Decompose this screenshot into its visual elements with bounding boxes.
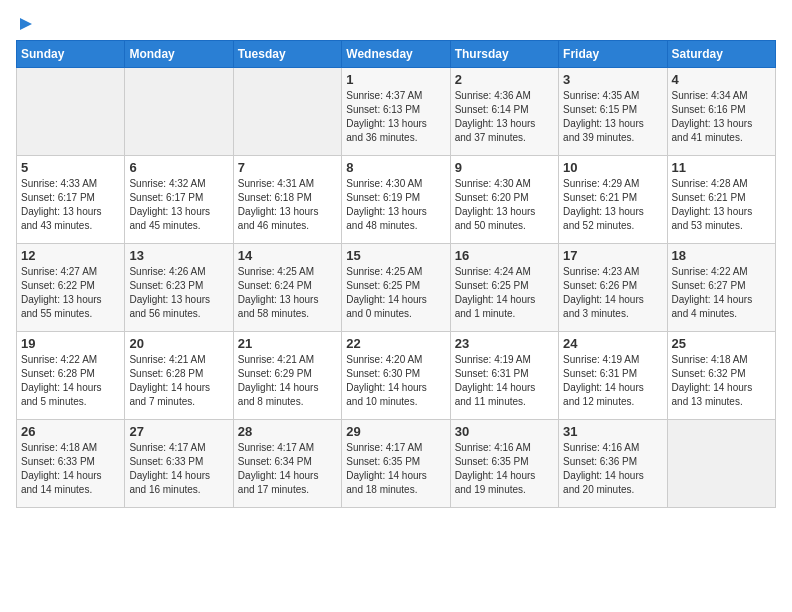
calendar-cell: 14Sunrise: 4:25 AMSunset: 6:24 PMDayligh…: [233, 244, 341, 332]
day-info: Sunrise: 4:37 AMSunset: 6:13 PMDaylight:…: [346, 89, 445, 145]
day-number: 13: [129, 248, 228, 263]
sunrise-text: Sunrise: 4:19 AM: [455, 353, 554, 367]
calendar-cell: [667, 420, 775, 508]
calendar-cell: 30Sunrise: 4:16 AMSunset: 6:35 PMDayligh…: [450, 420, 558, 508]
sunset-text: Sunset: 6:31 PM: [563, 367, 662, 381]
daylight-text: Daylight: 13 hours and 58 minutes.: [238, 293, 337, 321]
sunset-text: Sunset: 6:33 PM: [21, 455, 120, 469]
sunset-text: Sunset: 6:14 PM: [455, 103, 554, 117]
week-row-4: 19Sunrise: 4:22 AMSunset: 6:28 PMDayligh…: [17, 332, 776, 420]
daylight-text: Daylight: 14 hours and 13 minutes.: [672, 381, 771, 409]
day-info: Sunrise: 4:21 AMSunset: 6:29 PMDaylight:…: [238, 353, 337, 409]
daylight-text: Daylight: 14 hours and 17 minutes.: [238, 469, 337, 497]
calendar-cell: 1Sunrise: 4:37 AMSunset: 6:13 PMDaylight…: [342, 68, 450, 156]
calendar-cell: 19Sunrise: 4:22 AMSunset: 6:28 PMDayligh…: [17, 332, 125, 420]
day-number: 5: [21, 160, 120, 175]
daylight-text: Daylight: 13 hours and 56 minutes.: [129, 293, 228, 321]
day-number: 20: [129, 336, 228, 351]
week-row-5: 26Sunrise: 4:18 AMSunset: 6:33 PMDayligh…: [17, 420, 776, 508]
sunset-text: Sunset: 6:25 PM: [455, 279, 554, 293]
sunset-text: Sunset: 6:16 PM: [672, 103, 771, 117]
day-info: Sunrise: 4:19 AMSunset: 6:31 PMDaylight:…: [563, 353, 662, 409]
calendar-cell: [17, 68, 125, 156]
sunrise-text: Sunrise: 4:26 AM: [129, 265, 228, 279]
sunset-text: Sunset: 6:23 PM: [129, 279, 228, 293]
daylight-text: Daylight: 14 hours and 11 minutes.: [455, 381, 554, 409]
day-info: Sunrise: 4:32 AMSunset: 6:17 PMDaylight:…: [129, 177, 228, 233]
day-number: 10: [563, 160, 662, 175]
day-number: 30: [455, 424, 554, 439]
sunrise-text: Sunrise: 4:25 AM: [238, 265, 337, 279]
day-number: 1: [346, 72, 445, 87]
day-info: Sunrise: 4:24 AMSunset: 6:25 PMDaylight:…: [455, 265, 554, 321]
sunset-text: Sunset: 6:27 PM: [672, 279, 771, 293]
svg-marker-0: [20, 18, 32, 30]
daylight-text: Daylight: 13 hours and 41 minutes.: [672, 117, 771, 145]
day-info: Sunrise: 4:29 AMSunset: 6:21 PMDaylight:…: [563, 177, 662, 233]
sunrise-text: Sunrise: 4:19 AM: [563, 353, 662, 367]
daylight-text: Daylight: 13 hours and 53 minutes.: [672, 205, 771, 233]
day-number: 26: [21, 424, 120, 439]
calendar-cell: 24Sunrise: 4:19 AMSunset: 6:31 PMDayligh…: [559, 332, 667, 420]
calendar-header-row: SundayMondayTuesdayWednesdayThursdayFrid…: [17, 41, 776, 68]
sunrise-text: Sunrise: 4:36 AM: [455, 89, 554, 103]
day-number: 24: [563, 336, 662, 351]
calendar-cell: 25Sunrise: 4:18 AMSunset: 6:32 PMDayligh…: [667, 332, 775, 420]
sunrise-text: Sunrise: 4:21 AM: [129, 353, 228, 367]
day-info: Sunrise: 4:26 AMSunset: 6:23 PMDaylight:…: [129, 265, 228, 321]
daylight-text: Daylight: 13 hours and 36 minutes.: [346, 117, 445, 145]
calendar-cell: 3Sunrise: 4:35 AMSunset: 6:15 PMDaylight…: [559, 68, 667, 156]
sunset-text: Sunset: 6:15 PM: [563, 103, 662, 117]
day-number: 8: [346, 160, 445, 175]
day-info: Sunrise: 4:22 AMSunset: 6:28 PMDaylight:…: [21, 353, 120, 409]
daylight-text: Daylight: 14 hours and 10 minutes.: [346, 381, 445, 409]
sunset-text: Sunset: 6:17 PM: [129, 191, 228, 205]
sunset-text: Sunset: 6:35 PM: [455, 455, 554, 469]
calendar-body: 1Sunrise: 4:37 AMSunset: 6:13 PMDaylight…: [17, 68, 776, 508]
day-info: Sunrise: 4:17 AMSunset: 6:33 PMDaylight:…: [129, 441, 228, 497]
daylight-text: Daylight: 13 hours and 50 minutes.: [455, 205, 554, 233]
day-info: Sunrise: 4:17 AMSunset: 6:35 PMDaylight:…: [346, 441, 445, 497]
day-header-saturday: Saturday: [667, 41, 775, 68]
sunrise-text: Sunrise: 4:24 AM: [455, 265, 554, 279]
day-number: 15: [346, 248, 445, 263]
day-info: Sunrise: 4:17 AMSunset: 6:34 PMDaylight:…: [238, 441, 337, 497]
sunset-text: Sunset: 6:19 PM: [346, 191, 445, 205]
day-info: Sunrise: 4:18 AMSunset: 6:32 PMDaylight:…: [672, 353, 771, 409]
calendar-cell: 28Sunrise: 4:17 AMSunset: 6:34 PMDayligh…: [233, 420, 341, 508]
daylight-text: Daylight: 14 hours and 12 minutes.: [563, 381, 662, 409]
daylight-text: Daylight: 14 hours and 3 minutes.: [563, 293, 662, 321]
daylight-text: Daylight: 14 hours and 0 minutes.: [346, 293, 445, 321]
sunrise-text: Sunrise: 4:35 AM: [563, 89, 662, 103]
calendar-cell: 26Sunrise: 4:18 AMSunset: 6:33 PMDayligh…: [17, 420, 125, 508]
sunset-text: Sunset: 6:20 PM: [455, 191, 554, 205]
calendar-cell: [233, 68, 341, 156]
calendar-cell: 10Sunrise: 4:29 AMSunset: 6:21 PMDayligh…: [559, 156, 667, 244]
sunrise-text: Sunrise: 4:28 AM: [672, 177, 771, 191]
sunset-text: Sunset: 6:31 PM: [455, 367, 554, 381]
daylight-text: Daylight: 14 hours and 18 minutes.: [346, 469, 445, 497]
daylight-text: Daylight: 13 hours and 46 minutes.: [238, 205, 337, 233]
day-header-wednesday: Wednesday: [342, 41, 450, 68]
day-info: Sunrise: 4:16 AMSunset: 6:36 PMDaylight:…: [563, 441, 662, 497]
day-info: Sunrise: 4:18 AMSunset: 6:33 PMDaylight:…: [21, 441, 120, 497]
day-number: 11: [672, 160, 771, 175]
sunset-text: Sunset: 6:33 PM: [129, 455, 228, 469]
sunset-text: Sunset: 6:25 PM: [346, 279, 445, 293]
day-number: 2: [455, 72, 554, 87]
sunset-text: Sunset: 6:30 PM: [346, 367, 445, 381]
sunset-text: Sunset: 6:36 PM: [563, 455, 662, 469]
sunset-text: Sunset: 6:28 PM: [21, 367, 120, 381]
day-info: Sunrise: 4:35 AMSunset: 6:15 PMDaylight:…: [563, 89, 662, 145]
day-header-sunday: Sunday: [17, 41, 125, 68]
daylight-text: Daylight: 13 hours and 55 minutes.: [21, 293, 120, 321]
sunset-text: Sunset: 6:21 PM: [672, 191, 771, 205]
day-info: Sunrise: 4:23 AMSunset: 6:26 PMDaylight:…: [563, 265, 662, 321]
sunset-text: Sunset: 6:32 PM: [672, 367, 771, 381]
day-info: Sunrise: 4:19 AMSunset: 6:31 PMDaylight:…: [455, 353, 554, 409]
logo: [16, 16, 34, 32]
day-number: 14: [238, 248, 337, 263]
day-header-monday: Monday: [125, 41, 233, 68]
calendar-cell: 15Sunrise: 4:25 AMSunset: 6:25 PMDayligh…: [342, 244, 450, 332]
daylight-text: Daylight: 13 hours and 52 minutes.: [563, 205, 662, 233]
